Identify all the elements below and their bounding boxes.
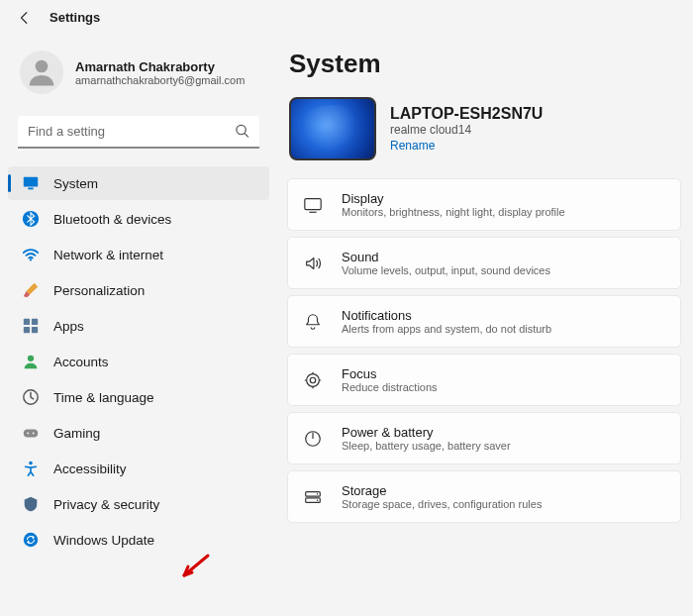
sidebar: Amarnath Chakraborty amarnathchakraborty…	[0, 35, 277, 616]
display-icon	[302, 194, 324, 216]
sidebar-item-accounts[interactable]: Accounts	[8, 345, 269, 378]
page-title: System	[289, 49, 681, 79]
focus-icon	[302, 369, 324, 391]
sidebar-item-label: Personalization	[53, 283, 145, 298]
card-title: Notifications	[342, 308, 551, 323]
card-title: Power & battery	[342, 425, 511, 440]
card-subtitle: Storage space, drives, configuration rul…	[342, 498, 542, 510]
avatar-icon	[20, 51, 63, 94]
svg-point-21	[310, 377, 315, 382]
device-wallpaper-thumbnail	[289, 97, 376, 160]
svg-rect-18	[305, 198, 321, 209]
sidebar-item-label: Network & internet	[53, 248, 163, 262]
svg-rect-4	[28, 188, 33, 190]
update-icon	[22, 531, 40, 549]
shield-icon	[22, 495, 40, 513]
power-icon	[302, 428, 324, 450]
card-subtitle: Reduce distractions	[342, 381, 438, 393]
sound-icon	[302, 253, 324, 274]
sidebar-item-label: Bluetooth & devices	[53, 212, 171, 227]
search-input[interactable]	[18, 116, 259, 149]
storage-icon	[302, 486, 324, 508]
window-title: Settings	[50, 10, 100, 25]
gamepad-icon	[22, 424, 40, 442]
sidebar-item-label: Windows Update	[53, 533, 154, 548]
profile-name: Amarnath Chakraborty	[75, 59, 245, 74]
svg-point-16	[29, 462, 33, 465]
svg-point-20	[307, 373, 320, 386]
sidebar-item-time-language[interactable]: Time & language	[8, 380, 269, 414]
card-notifications[interactable]: Notifications Alerts from apps and syste…	[287, 295, 681, 348]
card-sound[interactable]: Sound Volume levels, output, input, soun…	[287, 237, 681, 289]
person-icon	[22, 353, 40, 370]
system-icon	[22, 174, 40, 192]
sidebar-item-system[interactable]: System	[8, 166, 269, 200]
svg-point-27	[317, 499, 318, 500]
card-title: Display	[342, 191, 565, 206]
svg-point-1	[237, 125, 246, 134]
back-button[interactable]	[18, 11, 32, 25]
card-subtitle: Alerts from apps and system, do not dist…	[342, 323, 551, 335]
sidebar-item-label: Apps	[53, 319, 84, 334]
main-content: System LAPTOP-ESH2SN7U realme cloud14 Re…	[277, 35, 693, 616]
svg-point-14	[27, 433, 29, 435]
sidebar-item-label: Accessibility	[53, 462, 127, 476]
wifi-icon	[22, 246, 40, 263]
card-title: Sound	[342, 250, 550, 264]
svg-rect-7	[24, 319, 30, 325]
paintbrush-icon	[22, 281, 40, 299]
sidebar-item-accessibility[interactable]: Accessibility	[8, 452, 269, 485]
sidebar-item-windows-update[interactable]: Windows Update	[8, 523, 269, 557]
card-storage[interactable]: Storage Storage space, drives, configura…	[287, 470, 681, 523]
sidebar-item-label: Gaming	[53, 426, 100, 441]
card-subtitle: Monitors, brightness, night light, displ…	[342, 206, 565, 218]
sidebar-item-bluetooth[interactable]: Bluetooth & devices	[8, 202, 269, 236]
apps-icon	[22, 317, 40, 335]
card-subtitle: Sleep, battery usage, battery saver	[342, 440, 511, 452]
sidebar-item-label: System	[53, 176, 98, 191]
bell-icon	[302, 311, 324, 333]
svg-point-15	[33, 433, 35, 435]
sidebar-item-gaming[interactable]: Gaming	[8, 416, 269, 450]
svg-rect-13	[24, 429, 38, 437]
svg-point-17	[24, 533, 38, 547]
account-profile[interactable]: Amarnath Chakraborty amarnathchakraborty…	[0, 43, 277, 110]
svg-point-26	[317, 493, 318, 494]
card-display[interactable]: Display Monitors, brightness, night ligh…	[287, 178, 681, 231]
device-summary: LAPTOP-ESH2SN7U realme cloud14 Rename	[289, 97, 681, 160]
svg-rect-8	[32, 319, 38, 325]
rename-link[interactable]: Rename	[390, 139, 543, 153]
svg-rect-9	[24, 327, 30, 333]
svg-point-6	[30, 258, 32, 260]
card-subtitle: Volume levels, output, input, sound devi…	[342, 264, 550, 276]
device-name: LAPTOP-ESH2SN7U	[390, 105, 543, 123]
profile-email: amarnathchakraborty6@gmail.com	[75, 74, 245, 86]
svg-line-2	[245, 133, 248, 136]
svg-rect-3	[24, 177, 38, 187]
accessibility-icon	[22, 460, 40, 477]
sidebar-item-apps[interactable]: Apps	[8, 309, 269, 343]
search-icon	[235, 123, 249, 142]
card-title: Focus	[342, 366, 438, 381]
sidebar-item-label: Time & language	[53, 390, 154, 405]
sidebar-item-personalization[interactable]: Personalization	[8, 273, 269, 307]
sidebar-item-network[interactable]: Network & internet	[8, 238, 269, 271]
clock-globe-icon	[22, 388, 40, 406]
svg-rect-10	[32, 327, 38, 333]
card-title: Storage	[342, 483, 542, 498]
sidebar-item-label: Accounts	[53, 355, 109, 369]
card-focus[interactable]: Focus Reduce distractions	[287, 354, 681, 406]
sidebar-item-label: Privacy & security	[53, 497, 159, 512]
device-model: realme cloud14	[390, 123, 543, 137]
svg-point-11	[28, 356, 34, 361]
card-power-battery[interactable]: Power & battery Sleep, battery usage, ba…	[287, 412, 681, 464]
search-field-wrap	[18, 116, 259, 149]
bluetooth-icon	[22, 210, 40, 228]
sidebar-item-privacy-security[interactable]: Privacy & security	[8, 487, 269, 521]
svg-point-0	[36, 60, 49, 73]
